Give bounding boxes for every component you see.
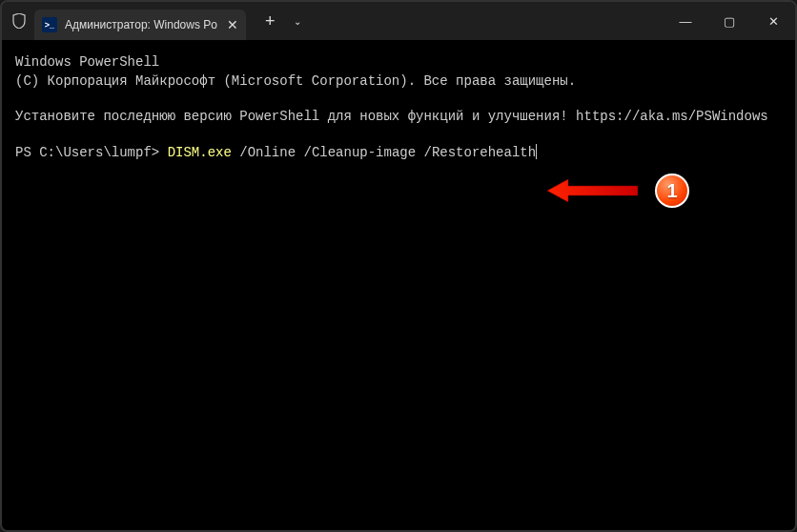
step-badge: 1 xyxy=(655,174,689,208)
terminal-blank-line xyxy=(15,91,782,108)
titlebar: >_ Администратор: Windows Po ✕ + ⌄ — ▢ ✕ xyxy=(2,2,795,40)
window-controls: — ▢ ✕ xyxy=(664,2,795,40)
terminal-output-line: Установите последнюю версию PowerShell д… xyxy=(15,108,782,127)
text-cursor xyxy=(536,144,537,159)
terminal-pane[interactable]: Windows PowerShell (C) Корпорация Майкро… xyxy=(2,40,795,530)
minimize-button[interactable]: — xyxy=(664,2,707,40)
close-button[interactable]: ✕ xyxy=(751,2,795,40)
tab-close-button[interactable]: ✕ xyxy=(227,18,238,31)
titlebar-left: >_ Администратор: Windows Po ✕ + ⌄ xyxy=(11,2,301,40)
maximize-button[interactable]: ▢ xyxy=(707,2,751,40)
command-args: /Online /Cleanup-image /Restorehealth xyxy=(232,144,536,163)
annotation-layer: 1 xyxy=(547,174,689,208)
arrow-icon xyxy=(547,179,638,202)
terminal-output-line: (C) Корпорация Майкрософт (Microsoft Cor… xyxy=(15,72,782,92)
powershell-icon: >_ xyxy=(42,17,57,32)
new-tab-button[interactable]: + xyxy=(265,11,276,31)
terminal-blank-line xyxy=(15,127,782,144)
prompt-text: PS C:\Users\lumpf> xyxy=(15,144,168,163)
shield-icon xyxy=(11,12,27,30)
command-executable: DISM.exe xyxy=(168,144,232,163)
active-tab[interactable]: >_ Администратор: Windows Po ✕ xyxy=(34,10,246,40)
step-number: 1 xyxy=(666,177,677,204)
tab-title: Администратор: Windows Po xyxy=(65,18,217,31)
terminal-prompt-line: PS C:\Users\lumpf> DISM.exe /Online /Cle… xyxy=(15,144,782,163)
tab-dropdown-button[interactable]: ⌄ xyxy=(294,16,301,27)
terminal-output-line: Windows PowerShell xyxy=(15,53,782,72)
